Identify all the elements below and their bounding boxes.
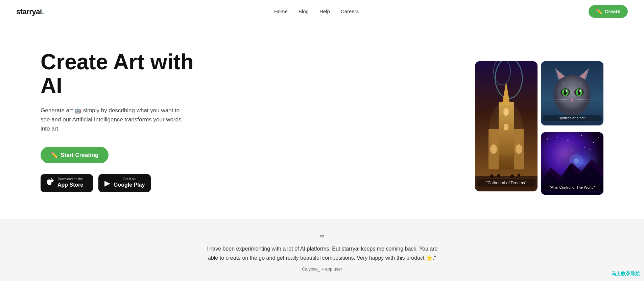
- nav-links: Home Blog Help Careers: [274, 8, 359, 14]
- svg-point-29: [566, 90, 567, 92]
- hero-section: Create Art with AI Generate art 🤖 simply…: [0, 23, 644, 219]
- start-pencil-icon: ✏️: [51, 151, 58, 159]
- nav-link-home[interactable]: Home: [274, 8, 288, 14]
- testimonial-section: " I have been experimenting with a lot o…: [0, 219, 644, 281]
- hero-title: Create Art with AI: [41, 50, 210, 98]
- svg-point-52: [574, 158, 579, 164]
- svg-point-54: [585, 147, 586, 148]
- cathedral-svg: [475, 61, 538, 191]
- svg-point-53: [571, 150, 572, 151]
- svg-point-15: [518, 174, 520, 177]
- svg-point-42: [557, 137, 558, 138]
- svg-point-46: [598, 137, 599, 138]
- svg-point-44: [581, 135, 582, 136]
- start-creating-button[interactable]: ✏️ Start Creating: [41, 147, 109, 163]
- svg-point-48: [590, 148, 591, 149]
- space-label: "AI in Control of The World": [543, 184, 602, 190]
- svg-point-30: [579, 90, 581, 92]
- app-store-button[interactable]: Download on the App Store: [41, 174, 93, 192]
- store-buttons: Download on the App Store ▶ Get it on Go…: [41, 174, 210, 192]
- svg-point-12: [490, 174, 494, 178]
- nav-link-careers[interactable]: Careers: [341, 8, 359, 14]
- cat-label: "portrait of a cat": [543, 115, 602, 121]
- navbar: starryai. Home Blog Help Careers ✏️ Crea…: [0, 0, 644, 23]
- hero-content: Create Art with AI Generate art 🤖 simply…: [41, 50, 210, 192]
- svg-rect-59: [570, 169, 572, 172]
- google-play-text: Get it on Google Play: [114, 178, 145, 189]
- testimonial-text: I have been experimenting with a lot of …: [204, 244, 440, 262]
- svg-point-50: [546, 159, 546, 160]
- watermark: 马上收录导航: [612, 271, 640, 277]
- svg-point-43: [568, 140, 569, 141]
- art-card-cat: "portrait of a cat": [541, 61, 603, 125]
- svg-point-13: [497, 174, 500, 177]
- svg-point-55: [563, 156, 563, 156]
- svg-point-41: [547, 138, 548, 139]
- svg-point-47: [551, 147, 551, 148]
- svg-point-14: [510, 174, 514, 178]
- cathedral-label: "Cathedral of Dreams": [477, 179, 535, 187]
- subtitle-before-emoji: Generate art: [41, 107, 74, 114]
- quote-mark: ": [7, 236, 637, 241]
- logo-dot: .: [42, 6, 44, 17]
- apple-icon: [47, 178, 54, 188]
- svg-point-45: [593, 142, 594, 143]
- hero-images: "Cathedral of Dreams": [475, 61, 603, 191]
- nav-link-blog[interactable]: Blog: [299, 8, 309, 14]
- testimonial-author: Calypso_ – app user: [7, 266, 637, 272]
- google-play-button[interactable]: ▶ Get it on Google Play: [98, 174, 151, 192]
- robot-emoji: 🤖: [74, 107, 81, 114]
- play-triangle-icon: ▶: [104, 179, 110, 188]
- svg-point-16: [489, 102, 523, 156]
- hero-subtitle: Generate art 🤖 simply by describing what…: [41, 106, 183, 134]
- pencil-icon: ✏️: [596, 8, 602, 15]
- nav-link-help[interactable]: Help: [319, 8, 330, 14]
- app-store-text: Download on the App Store: [57, 178, 83, 189]
- nav-create-button[interactable]: ✏️ Create: [589, 5, 628, 18]
- art-card-space: "AI in Control of The World": [541, 132, 603, 195]
- logo-text: starryai: [16, 7, 42, 16]
- logo: starryai.: [16, 6, 44, 17]
- art-card-cathedral: "Cathedral of Dreams": [475, 61, 538, 191]
- svg-point-49: [595, 156, 595, 156]
